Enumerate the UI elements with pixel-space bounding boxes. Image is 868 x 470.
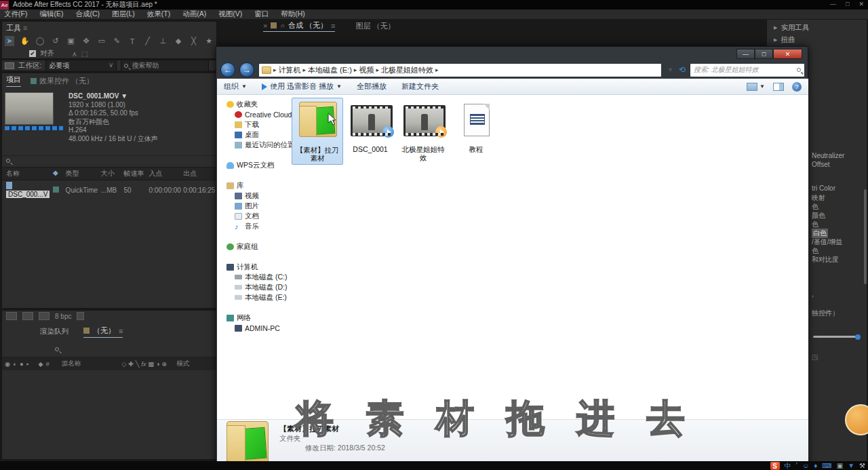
sogou-logo-icon[interactable]: S [770, 462, 780, 470]
explorer-search-input[interactable]: 搜索: 北极星姐姐特效 [690, 63, 805, 77]
menu-composition[interactable]: 合成(C) [75, 9, 100, 19]
lock-icon[interactable]: ▪ [26, 360, 28, 368]
rotate-tool-icon[interactable]: ↺ [51, 36, 60, 46]
tab-layer[interactable]: 图层 （无） [355, 21, 395, 32]
snap-checkbox[interactable]: ✔ [29, 50, 36, 57]
slider-knob[interactable] [855, 334, 861, 340]
folder-icon[interactable] [22, 312, 33, 320]
menu-effect[interactable]: 效果(T) [147, 9, 170, 19]
menu-file[interactable]: 文件(F) [4, 9, 27, 19]
sidebar-item-music[interactable]: ♪音乐 [217, 221, 286, 231]
column-fps[interactable]: 帧速率 [124, 169, 149, 178]
effect-name-fragment[interactable]: Offset [812, 161, 830, 168]
effect-name-fragment[interactable]: tri Color [812, 184, 835, 192]
column-out[interactable]: 出点 [183, 169, 216, 178]
breadcrumb-computer[interactable]: 计算机 [279, 65, 301, 75]
effects-panel-corner-icon[interactable]: ◳ [812, 353, 818, 361]
person-icon[interactable]: ⋏ [72, 50, 77, 58]
breadcrumb-current-folder[interactable]: 北极星姐姐特效 [381, 65, 433, 75]
sidebar-item-computer[interactable]: 计算机 [217, 262, 286, 272]
address-dropdown-icon[interactable]: ▼ [666, 66, 675, 73]
sidebar-item-downloads[interactable]: 下载 [217, 119, 286, 130]
file-item-video-effect[interactable]: 北极星姐姐特效 [397, 98, 449, 163]
effects-panel-slider[interactable] [813, 336, 859, 338]
project-flowchart-icon[interactable] [6, 312, 17, 320]
file-item-video-dsc0001[interactable]: DSC_0001 [344, 98, 396, 155]
sidebar-item-network[interactable]: 网络 [217, 313, 286, 323]
roto-brush-tool-icon[interactable]: ╳ [189, 36, 199, 46]
switches-icons[interactable]: ◇ ✚ ╲ fx ▦ ◑ ⊕ [121, 360, 167, 368]
project-table-row[interactable]: DSC_000...V QuickTime ...MB 50 0:00:00:0… [2, 180, 216, 199]
effect-name-fragment[interactable]: 独控件） [812, 309, 839, 318]
sidebar-item-documents[interactable]: 文档 [217, 211, 286, 221]
column-tag-icon[interactable]: ◆ [53, 169, 66, 178]
sidebar-item-drive-c[interactable]: 本地磁盘 (C:) [217, 272, 286, 282]
sidebar-item-creative-cloud[interactable]: Creative Cloud File [217, 109, 286, 119]
file-item-document[interactable]: 教程 [450, 98, 502, 155]
eraser-tool-icon[interactable]: ◆ [174, 36, 183, 46]
settings-icon[interactable] [39, 312, 50, 320]
effect-name-fragment[interactable]: 映射 [812, 193, 825, 203]
menu-help[interactable]: 帮助(H) [281, 9, 305, 19]
explorer-maximize-button[interactable]: □ [755, 49, 773, 59]
explorer-minimize-button[interactable]: — [736, 49, 755, 59]
help-search-input[interactable]: 搜索帮助 [121, 60, 209, 72]
emoji-icon[interactable]: ☺ [802, 461, 809, 470]
clip-name[interactable]: DSC_0001.MOV ▼ [68, 92, 158, 101]
pen-tool-icon[interactable]: ✎ [113, 36, 122, 46]
effect-name-fragment[interactable]: 和对比度 [812, 255, 839, 265]
workspace-dropdown[interactable]: 必要项∨ [45, 60, 117, 72]
bit-depth-label[interactable]: 8 bpc [55, 313, 71, 320]
wrench-icon[interactable]: ⚒ [859, 461, 865, 470]
trash-icon[interactable] [77, 312, 84, 320]
sidebar-item-drive-d[interactable]: 本地磁盘 (D:) [217, 282, 286, 292]
menu-window[interactable]: 窗口 [254, 9, 269, 19]
play-with-button[interactable]: 使用 迅雷影音 播放▼ [262, 81, 342, 92]
hand-tool-icon[interactable]: ✋ [20, 36, 30, 46]
number-column[interactable]: # [45, 360, 49, 368]
effect-name-fragment[interactable]: 色 [812, 202, 818, 212]
breadcrumb-drive-e[interactable]: 本地磁盘 (E:) [308, 65, 352, 75]
tab-composition[interactable]: × ∩ 合成 （无） ≡ [263, 21, 335, 32]
clip-thumbnail[interactable] [5, 92, 54, 125]
preview-pane-button[interactable] [773, 83, 784, 91]
mode-column[interactable]: 模式 [176, 359, 189, 368]
tab-render-queue[interactable]: 渲染队列 [40, 327, 68, 336]
label-icon[interactable]: ◆ [38, 360, 43, 368]
project-search-icon[interactable] [6, 159, 10, 163]
source-name-column[interactable]: 源名称 [62, 359, 81, 368]
timeline-search-icon[interactable] [55, 347, 59, 351]
effect-name-selected[interactable]: 白色 [812, 229, 828, 238]
effect-name-fragment[interactable]: 色 [812, 220, 818, 229]
zoom-tool-icon[interactable]: ◯ [35, 36, 45, 46]
tab-timeline[interactable]: （无） ≡ [83, 326, 123, 338]
ae-close-button[interactable]: ✕ [859, 1, 864, 7]
skin-icon[interactable]: ▼ [848, 461, 854, 470]
ae-minimize-button[interactable]: — [830, 1, 836, 7]
sidebar-item-favorites[interactable]: 收藏夹 [217, 99, 286, 109]
refresh-icon[interactable]: ⟲ [679, 65, 686, 75]
sidebar-item-homegroup[interactable]: 家庭组 [217, 241, 286, 252]
tab-effect-controls[interactable]: 效果控件 （无） [31, 75, 94, 87]
menu-edit[interactable]: 编辑(E) [39, 9, 63, 19]
file-item-folder[interactable]: 【素材】拉刀素材 [292, 98, 343, 165]
solo-icon[interactable]: ● [20, 360, 24, 368]
camera-tool-icon[interactable]: ▣ [66, 36, 76, 46]
help-button[interactable]: ? [792, 82, 802, 92]
effect-name-fragment[interactable]: 颜色 [812, 211, 825, 220]
sidebar-item-libraries[interactable]: 库 [217, 180, 286, 191]
new-folder-button[interactable]: 新建文件夹 [401, 81, 439, 92]
sidebar-item-recent-places[interactable]: 最近访问的位置 [217, 140, 286, 150]
video-visibility-icon[interactable]: ◉ [5, 360, 10, 368]
microphone-icon[interactable]: ♦ [814, 461, 817, 470]
effect-name-fragment[interactable]: /基值/增益 [812, 237, 843, 247]
column-type[interactable]: 类型 [66, 169, 101, 178]
menu-layer[interactable]: 图层(L) [112, 9, 135, 19]
sidebar-item-admin-pc[interactable]: ADMIN-PC [217, 323, 286, 333]
audio-icon[interactable]: ◐ [13, 360, 17, 368]
breadcrumb-videos[interactable]: 视频 [359, 65, 374, 75]
organize-button[interactable]: 组织▼ [224, 81, 247, 92]
explorer-close-button[interactable]: ✕ [773, 49, 802, 59]
column-in[interactable]: 入点 [149, 169, 184, 178]
back-button[interactable]: ← [220, 62, 235, 77]
